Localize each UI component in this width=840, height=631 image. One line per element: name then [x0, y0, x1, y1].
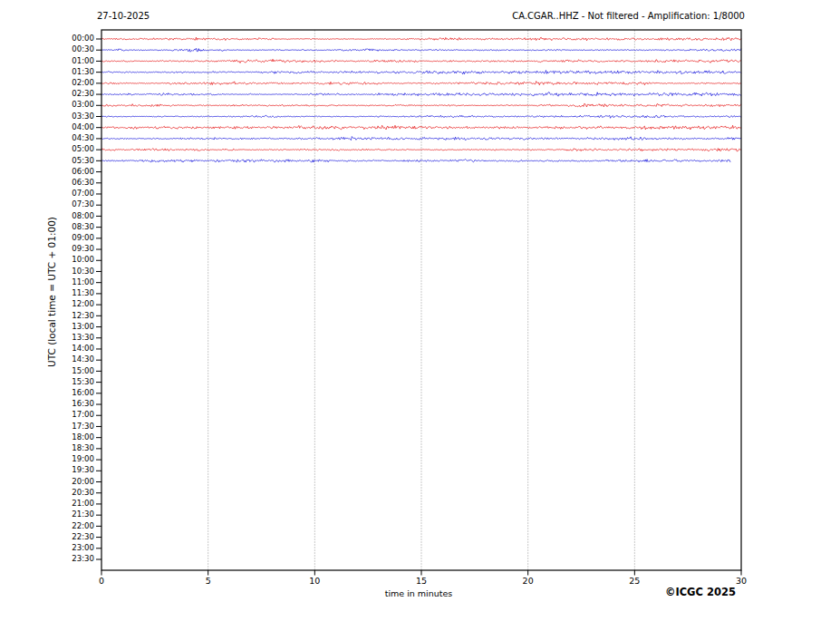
x-tick-label-25: 25 [616, 577, 652, 586]
y-tick-label-19:00: 19:00 [0, 455, 94, 463]
y-tick-label-10:30: 10:30 [0, 267, 94, 276]
y-tick-label-04:00: 04:00 [0, 123, 94, 131]
y-tick-label-22:00: 22:00 [0, 522, 94, 530]
y-tick-label-15:30: 15:30 [0, 378, 94, 386]
y-tick-label-12:30: 12:30 [0, 312, 94, 320]
y-tick-label-19:30: 19:30 [0, 466, 94, 474]
y-tick-label-00:30: 00:30 [0, 45, 94, 53]
seismogram-trace-00:00 [101, 37, 741, 41]
x-tick-label-10: 10 [296, 577, 333, 586]
y-tick-label-20:00: 20:00 [0, 478, 94, 486]
y-tick-label-07:00: 07:00 [0, 189, 94, 198]
x-tick-label-0: 0 [83, 577, 120, 586]
x-tick-label-5: 5 [190, 577, 227, 586]
y-tick-label-21:00: 21:00 [0, 500, 94, 508]
y-tick-label-14:00: 14:00 [0, 345, 94, 353]
y-tick-label-05:00: 05:00 [0, 145, 94, 153]
y-tick-label-09:00: 09:00 [0, 234, 94, 242]
y-tick-label-01:30: 01:30 [0, 68, 94, 76]
y-tick-label-02:30: 02:30 [0, 90, 94, 98]
x-tick-label-20: 20 [510, 577, 546, 586]
y-tick-label-09:30: 09:30 [0, 245, 94, 253]
y-tick-label-04:30: 04:30 [0, 134, 94, 142]
y-tick-label-13:30: 13:30 [0, 334, 94, 342]
y-tick-label-12:00: 12:00 [0, 300, 94, 308]
y-tick-label-11:00: 11:00 [0, 278, 94, 286]
y-tick-label-07:30: 07:30 [0, 200, 94, 209]
y-tick-label-15:00: 15:00 [0, 367, 94, 375]
y-tick-label-08:00: 08:00 [0, 212, 94, 220]
y-tick-label-23:00: 23:00 [0, 544, 94, 552]
y-tick-label-16:30: 16:30 [0, 400, 94, 408]
y-tick-label-13:00: 13:00 [0, 323, 94, 331]
seismogram-plot-canvas [0, 0, 840, 631]
y-tick-label-08:30: 08:30 [0, 223, 94, 231]
seismogram-trace-02:00 [101, 82, 741, 85]
y-tick-label-18:00: 18:00 [0, 433, 94, 442]
y-tick-label-16:00: 16:00 [0, 389, 94, 397]
y-tick-label-11:30: 11:30 [0, 289, 94, 297]
x-axis-label: time in minutes [328, 588, 509, 598]
y-tick-label-14:30: 14:30 [0, 355, 94, 364]
y-tick-label-03:30: 03:30 [0, 112, 94, 121]
copyright-label: ©ICGC 2025 [555, 586, 736, 598]
seismogram-trace-02:30 [101, 92, 741, 96]
seismogram-trace-01:00 [101, 59, 741, 63]
y-tick-label-10:00: 10:00 [0, 256, 94, 264]
y-tick-label-06:00: 06:00 [0, 168, 94, 176]
y-tick-label-20:30: 20:30 [0, 489, 94, 497]
x-tick-label-15: 15 [403, 577, 439, 586]
seismogram-figure: 27-10-2025 CA.CGAR..HHZ - Not filtered -… [0, 0, 840, 631]
y-tick-label-01:00: 01:00 [0, 57, 94, 65]
y-tick-label-22:30: 22:30 [0, 533, 94, 541]
y-tick-label-02:00: 02:00 [0, 79, 94, 87]
y-tick-label-21:30: 21:30 [0, 510, 94, 519]
y-tick-label-03:00: 03:00 [0, 101, 94, 109]
y-tick-label-17:30: 17:30 [0, 422, 94, 431]
seismogram-trace-01:30 [101, 71, 741, 74]
y-tick-label-06:30: 06:30 [0, 179, 94, 187]
seismogram-trace-05:30 [101, 159, 730, 162]
x-tick-label-30: 30 [723, 577, 759, 586]
y-tick-label-17:00: 17:00 [0, 411, 94, 419]
y-tick-label-00:00: 00:00 [0, 34, 94, 43]
y-tick-label-05:30: 05:30 [0, 157, 94, 165]
y-tick-label-23:30: 23:30 [0, 555, 94, 563]
y-tick-label-18:30: 18:30 [0, 444, 94, 452]
